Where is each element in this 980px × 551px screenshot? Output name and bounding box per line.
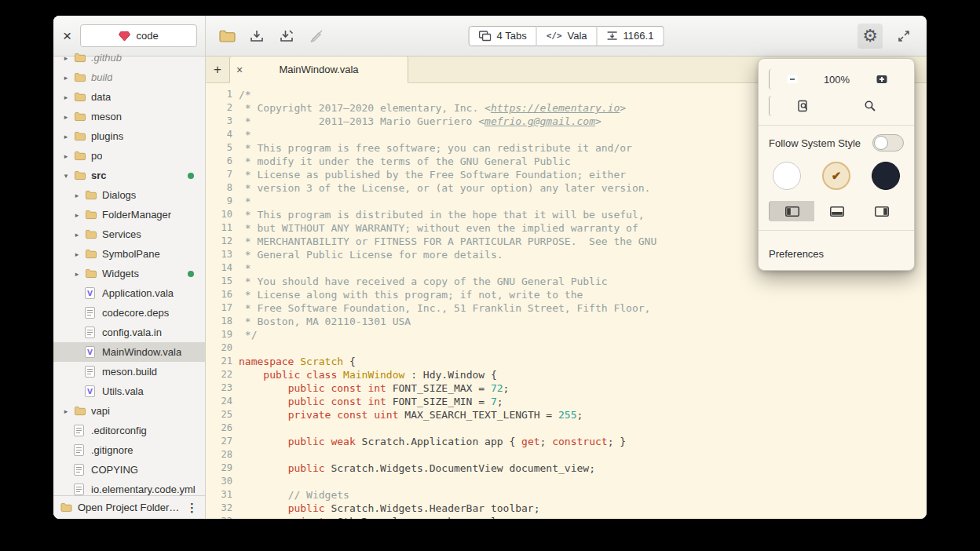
code-line[interactable]: 15 * You should have received a copy of … bbox=[206, 275, 927, 288]
code-line[interactable]: 31 // Widgets bbox=[206, 488, 927, 502]
tree-item-meson[interactable]: ▸meson bbox=[53, 107, 205, 126]
tree-item-mainwindow-vala[interactable]: VMainWindow.vala bbox=[53, 342, 205, 362]
separator bbox=[759, 230, 914, 231]
tree-item-config-vala-in[interactable]: config.vala.in bbox=[53, 323, 205, 342]
tab-close-button[interactable]: × bbox=[236, 64, 249, 76]
code-line[interactable]: 33 private Gtk.Revealer search_revealer; bbox=[206, 515, 927, 519]
code-line[interactable]: 20 bbox=[206, 341, 927, 355]
solarized-style-button[interactable]: ✔ bbox=[822, 162, 850, 190]
expander-collapsed-icon[interactable]: ▸ bbox=[72, 192, 82, 199]
tree-item-services[interactable]: ▸Services bbox=[53, 224, 205, 244]
save-as-button[interactable] bbox=[273, 23, 300, 49]
tree-item-dialogs[interactable]: ▸Dialogs bbox=[53, 185, 205, 205]
expander-collapsed-icon[interactable]: ▸ bbox=[61, 113, 71, 121]
text-icon bbox=[85, 307, 97, 319]
tree-item-io-elementary-code-yml[interactable]: io.elementary.code.yml bbox=[53, 480, 205, 495]
code-line[interactable]: 22 public class MainWindow : Hdy.Window … bbox=[206, 368, 927, 381]
code-text: * 2011–2013 Mario Guerriero <mefrio.g@gm… bbox=[232, 115, 602, 128]
expander-collapsed-icon[interactable]: ▸ bbox=[72, 270, 82, 278]
code-line[interactable]: 17 * Free Software Foundation, Inc., 51 … bbox=[206, 301, 927, 315]
code-line[interactable]: 32 public Scratch.Widgets.HeaderBar tool… bbox=[206, 502, 927, 515]
zoom-out-button[interactable] bbox=[769, 69, 814, 89]
tree-item-build[interactable]: ▸build bbox=[53, 68, 205, 87]
expander-collapsed-icon[interactable]: ▸ bbox=[72, 211, 82, 219]
code-line[interactable]: 16 * License along with this program; if… bbox=[206, 288, 927, 301]
code-line[interactable]: 27 public weak Scratch.Application app {… bbox=[206, 435, 927, 448]
expander-collapsed-icon[interactable]: ▸ bbox=[61, 93, 71, 101]
bottom-panel-layout-button[interactable] bbox=[814, 201, 859, 221]
sidebar-layout-button[interactable] bbox=[769, 201, 814, 221]
line-number: 23 bbox=[206, 381, 232, 395]
code-text: public Scratch.Widgets.HeaderBar toolbar… bbox=[232, 502, 540, 515]
preferences-menu-item[interactable]: Preferences bbox=[759, 239, 914, 270]
tree-item-copying[interactable]: COPYING bbox=[53, 460, 205, 480]
project-chooser-button[interactable]: code bbox=[80, 24, 197, 47]
tree-item-widgets[interactable]: ▸Widgets bbox=[53, 264, 205, 283]
language-button[interactable]: </> Vala bbox=[537, 26, 598, 46]
code-line[interactable]: 30 bbox=[206, 475, 927, 488]
line-number: 16 bbox=[206, 288, 232, 301]
find-in-page-button[interactable] bbox=[769, 96, 837, 116]
vala-icon: V bbox=[85, 346, 97, 358]
code-line[interactable]: 19 */ bbox=[206, 328, 927, 341]
code-line[interactable]: 23 public const int FONT_SIZE_MAX = 72; bbox=[206, 381, 927, 395]
tree-item-utils-vala[interactable]: VUtils.vala bbox=[53, 381, 205, 401]
expander-collapsed-icon[interactable]: ▸ bbox=[61, 133, 71, 140]
zoom-in-button[interactable] bbox=[859, 69, 904, 89]
tree-item-label: meson bbox=[91, 111, 122, 122]
new-tab-button[interactable]: + bbox=[206, 57, 229, 82]
tab-overview-button[interactable]: 4 Tabs bbox=[469, 26, 537, 46]
expander-collapsed-icon[interactable]: ▸ bbox=[72, 250, 82, 258]
global-search-button[interactable] bbox=[837, 96, 905, 116]
line-number: 12 bbox=[206, 235, 232, 248]
folder-icon bbox=[74, 53, 86, 63]
selected-check-icon: ✔ bbox=[832, 169, 842, 183]
tree-item-vapi[interactable]: ▸vapi bbox=[53, 401, 205, 421]
open-project-folder-button[interactable]: Open Project Folder… bbox=[78, 502, 179, 513]
light-style-button[interactable] bbox=[773, 162, 801, 190]
tree-item-po[interactable]: ▸po bbox=[53, 146, 205, 166]
tree-item-src[interactable]: ▾src bbox=[53, 166, 205, 185]
project-overflow-menu-button[interactable]: ⋮ bbox=[186, 501, 198, 515]
line-number: 17 bbox=[206, 301, 232, 315]
tree-item-data[interactable]: ▸data bbox=[53, 87, 205, 107]
window-close-button[interactable]: × bbox=[61, 28, 73, 43]
tree-item-label: data bbox=[91, 91, 111, 103]
tree-item-foldermanager[interactable]: ▸FolderManager bbox=[53, 205, 205, 224]
expander-collapsed-icon[interactable]: ▸ bbox=[61, 407, 71, 415]
code-line[interactable]: 29 public Scratch.Widgets.DocumentView d… bbox=[206, 462, 927, 475]
dark-style-button[interactable] bbox=[872, 162, 900, 190]
right-panel-layout-button[interactable] bbox=[859, 201, 904, 221]
text-icon bbox=[74, 464, 86, 476]
tab-mainwindow-vala[interactable]: × MainWindow.vala bbox=[229, 57, 408, 83]
tree-item-label: .editorconfig bbox=[91, 425, 147, 436]
tree-item-symbolpane[interactable]: ▸SymbolPane bbox=[53, 244, 205, 264]
code-text: public class MainWindow : Hdy.Window { bbox=[232, 368, 497, 381]
settings-menu-button[interactable]: ⚙ bbox=[858, 24, 883, 49]
tree-item--gitignore[interactable]: .gitignore bbox=[53, 440, 205, 460]
code-line[interactable]: 24 public const int FONT_SIZE_MIN = 7; bbox=[206, 395, 927, 408]
expander-collapsed-icon[interactable]: ▸ bbox=[61, 54, 71, 62]
tree-item-application-vala[interactable]: VApplication.vala bbox=[53, 283, 205, 303]
code-text: * bbox=[232, 128, 251, 141]
tree-item--github[interactable]: ▸.github bbox=[53, 48, 205, 68]
code-line[interactable]: 18 * Boston, MA 02110-1301 USA bbox=[206, 315, 927, 328]
code-line[interactable]: 26 bbox=[206, 421, 927, 435]
goto-line-button[interactable]: 1166.1 bbox=[598, 26, 664, 46]
expander-expanded-icon[interactable]: ▾ bbox=[61, 172, 71, 180]
tree-item-plugins[interactable]: ▸plugins bbox=[53, 126, 205, 146]
zoom-level-button[interactable]: 100% bbox=[814, 69, 859, 89]
tree-item--editorconfig[interactable]: .editorconfig bbox=[53, 421, 205, 440]
expander-collapsed-icon[interactable]: ▸ bbox=[72, 231, 82, 239]
code-line[interactable]: 25 private const uint MAX_SEARCH_TEXT_LE… bbox=[206, 408, 927, 421]
expander-collapsed-icon[interactable]: ▸ bbox=[61, 152, 71, 160]
save-button[interactable] bbox=[243, 23, 270, 49]
code-line[interactable]: 21namespace Scratch { bbox=[206, 355, 927, 368]
follow-system-style-switch[interactable] bbox=[872, 134, 904, 151]
expander-collapsed-icon[interactable]: ▸ bbox=[61, 74, 71, 82]
tree-item-codecore-deps[interactable]: codecore.deps bbox=[53, 303, 205, 323]
code-line[interactable]: 28 bbox=[206, 448, 927, 462]
open-file-button[interactable] bbox=[214, 23, 240, 49]
tree-item-meson-build[interactable]: meson.build bbox=[53, 362, 205, 381]
fullscreen-button[interactable] bbox=[892, 24, 916, 48]
